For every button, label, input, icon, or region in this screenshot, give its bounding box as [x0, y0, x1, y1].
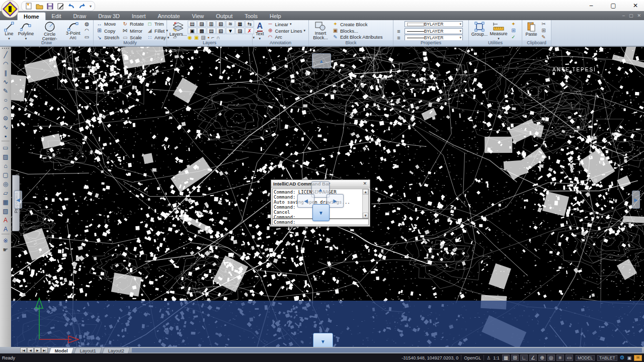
lwt-toggle-icon[interactable]: ≡: [556, 354, 564, 361]
group-button[interactable]: Group...: [470, 21, 489, 41]
match-properties-icon[interactable]: ✎: [539, 34, 548, 40]
model-space-button[interactable]: MODEL: [576, 355, 595, 361]
move-button[interactable]: ↔Move: [95, 21, 120, 27]
layer-tool-13[interactable]: ▨: [235, 28, 245, 34]
doc-restore-button[interactable]: ▢: [629, 13, 633, 18]
explode-tool-icon[interactable]: ※: [1, 236, 10, 245]
tab-nav-prev[interactable]: ◀: [27, 347, 34, 353]
donut-tool-icon[interactable]: ◎: [1, 179, 10, 188]
layer-tool-8[interactable]: ▣: [188, 28, 197, 34]
row-dropdown[interactable]: ▾: [290, 22, 292, 26]
open-file-icon[interactable]: [35, 2, 44, 10]
field-caret-icon[interactable]: ▾: [459, 36, 461, 40]
circle-button[interactable]: Circle Center-Radius▾: [35, 21, 64, 41]
region-tool-icon[interactable]: ▧: [1, 207, 10, 215]
toolbar-grip[interactable]: [2, 48, 9, 49]
measure-dropdown[interactable]: ▾: [498, 37, 500, 40]
tablet-button[interactable]: TABLET: [597, 355, 617, 361]
minimize-button[interactable]: –: [587, 2, 596, 9]
drawing-area[interactable]: ANTE TEPESİ Properties ▲ ▼ ◀ ▶ IntelliCA…: [11, 47, 644, 347]
block-edit-block-attributes-button[interactable]: ✎Edit Block Attributes: [331, 34, 383, 40]
rotate-button[interactable]: ↻Rotate: [121, 21, 145, 27]
save-icon[interactable]: [46, 2, 54, 10]
annotation-scale-value[interactable]: 1:1: [493, 355, 500, 360]
cut-icon[interactable]: ✂: [539, 21, 548, 28]
dock-left-indicator[interactable]: ◀: [14, 191, 22, 209]
layout-tab-layout2[interactable]: Layout2: [102, 347, 130, 353]
layer-tool-12[interactable]: ▼: [226, 28, 235, 34]
linetype-control-icon[interactable]: ≡: [395, 28, 403, 34]
block-create-block-button[interactable]: ✦Create Block: [331, 21, 383, 28]
wipeout-tool-icon[interactable]: ▱: [1, 189, 10, 197]
ortho-toggle-icon[interactable]: ∟: [520, 354, 528, 361]
tab-draw3d[interactable]: Draw 3D: [92, 12, 126, 20]
polygon-tool-icon[interactable]: ⌂: [1, 161, 10, 170]
quick-calc-icon[interactable]: ⊞: [509, 28, 518, 34]
polar-toggle-icon[interactable]: ∠: [529, 354, 537, 361]
polyline-dropdown[interactable]: ▾: [25, 37, 27, 40]
tab-insert[interactable]: Insert: [126, 12, 152, 20]
tab-nav-first[interactable]: |◀: [20, 347, 27, 353]
text-tool-icon[interactable]: A: [1, 216, 10, 224]
line-tool-icon[interactable]: ╱: [1, 50, 10, 59]
tab-tools[interactable]: Tools: [238, 12, 264, 20]
text-button[interactable]: A Text▾: [254, 21, 266, 41]
annotation-linear-button[interactable]: ─Linear ▾: [266, 21, 306, 28]
grid-tool-icon[interactable]: ▦: [1, 198, 10, 206]
trim-button[interactable]: □Trim: [145, 21, 170, 27]
circle-alt-icon[interactable]: ◍: [83, 21, 91, 28]
tab-output[interactable]: Output: [210, 12, 238, 20]
spline-tool-icon[interactable]: ∿: [1, 123, 10, 131]
annotation-scale-icon[interactable]: ♙: [487, 355, 491, 360]
layer-tool-3[interactable]: ▥: [207, 21, 216, 27]
arc-button[interactable]: 3-Point Arc▾: [64, 21, 82, 41]
command-scrollbar[interactable]: ▲ ▼: [362, 189, 368, 218]
field-caret-icon[interactable]: ▾: [459, 22, 461, 26]
linetype-control-dropdown[interactable]: BYLAYER▾: [405, 28, 463, 34]
dock-cluster-down[interactable]: ▼: [312, 204, 330, 221]
text-dropdown[interactable]: ▾: [259, 37, 261, 40]
tab-draw[interactable]: Draw: [67, 12, 93, 20]
layers-button[interactable]: Layers...: [169, 21, 188, 41]
save-as-icon[interactable]: [56, 2, 65, 10]
annotation-arc-button[interactable]: ◠Arc: [266, 34, 306, 40]
command-bar-close-icon[interactable]: ✕: [362, 181, 368, 186]
snap-toggle-icon[interactable]: ▦: [502, 354, 510, 361]
field-caret-icon[interactable]: ▾: [459, 29, 461, 33]
row-dropdown[interactable]: ▾: [303, 29, 305, 33]
tab-home[interactable]: Home: [17, 12, 46, 20]
settings-gear-icon[interactable]: ⚙: [620, 354, 625, 361]
doc-minimize-button[interactable]: –: [622, 13, 625, 18]
annotation-center-lines-button[interactable]: ⊕Center Lines ▾: [266, 28, 306, 34]
copy-button[interactable]: ⊞Copy: [95, 28, 120, 34]
etrack-toggle-icon[interactable]: ◎: [547, 354, 555, 361]
redo-icon[interactable]: [77, 2, 86, 10]
app-logo-icon[interactable]: [1, 0, 19, 18]
workspace-windows-icon[interactable]: ▣: [627, 355, 631, 360]
measure-button[interactable]: Measure▾: [489, 21, 509, 41]
layer-tool-6[interactable]: ▦: [235, 21, 245, 27]
audit-icon[interactable]: ✓: [509, 34, 518, 40]
mtext-tool-icon[interactable]: A: [1, 225, 10, 233]
scroll-up-icon[interactable]: ▲: [363, 189, 368, 195]
tab-nav-next[interactable]: ▶: [34, 347, 41, 353]
point-tool-icon[interactable]: ▪: [1, 132, 10, 140]
doc-close-button[interactable]: ✕: [637, 13, 641, 18]
layer-tool-2[interactable]: ▨: [197, 21, 206, 27]
tab-view[interactable]: View: [186, 12, 210, 20]
layout-tab-layout1[interactable]: Layout1: [74, 347, 102, 353]
tab-nav-last[interactable]: ▶|: [41, 347, 48, 353]
freehand-tool-icon[interactable]: ✎: [1, 86, 10, 95]
quick-select-icon[interactable]: ✦: [509, 21, 518, 28]
esnap-toggle-icon[interactable]: ⊕: [538, 354, 546, 361]
tab-edit[interactable]: Edit: [46, 12, 67, 20]
ellipse-tool-icon[interactable]: ⊜: [1, 114, 10, 122]
layer-tool-5[interactable]: ≋: [226, 21, 235, 27]
rectangle-icon[interactable]: ▭: [83, 34, 91, 40]
polyline-button[interactable]: Polyline▾: [17, 21, 35, 41]
new-file-icon[interactable]: [25, 2, 33, 10]
hatch-tool-icon[interactable]: ▨: [1, 152, 10, 161]
line-dropdown[interactable]: ▾: [8, 37, 10, 40]
line-button[interactable]: Line▾: [2, 21, 17, 41]
scroll-down-icon[interactable]: ▼: [363, 213, 368, 218]
